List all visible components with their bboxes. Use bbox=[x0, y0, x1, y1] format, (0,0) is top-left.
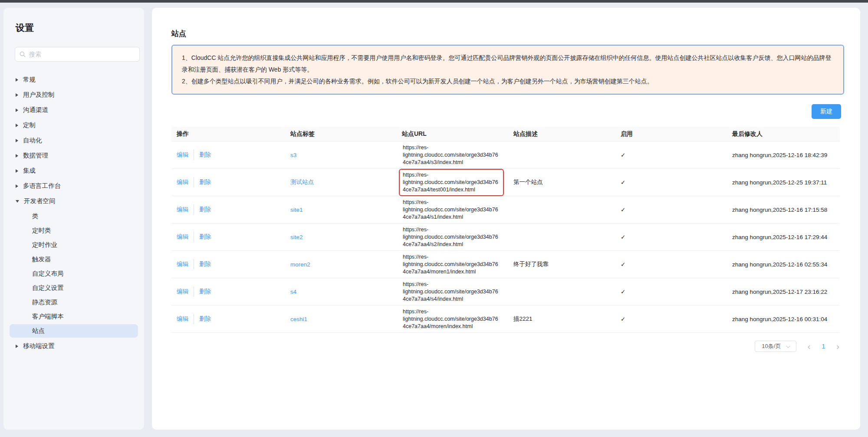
sidebar-item-常规[interactable]: 常规 bbox=[10, 72, 138, 87]
site-label-link[interactable]: moren2 bbox=[290, 261, 310, 268]
chevron-right-icon bbox=[16, 139, 18, 142]
next-page-button[interactable]: › bbox=[836, 342, 839, 351]
site-url-text: https://res-lightning.cloudcc.com/site/o… bbox=[399, 141, 504, 169]
edit-link[interactable]: 编辑 bbox=[177, 233, 188, 241]
edit-link[interactable]: 编辑 bbox=[177, 315, 188, 323]
sidebar-subitem-类[interactable]: 类 bbox=[10, 210, 138, 223]
table-row: 编辑删除s3https://res-lightning.cloudcc.com/… bbox=[171, 141, 840, 169]
chevron-down-icon bbox=[786, 344, 790, 348]
last-modified-cell: zhang hongrun,2025-12-16 17:29:44 bbox=[727, 234, 840, 240]
sidebar-subitem-定时作业[interactable]: 定时作业 bbox=[10, 238, 138, 252]
sidebar-item-移动端设置[interactable]: 移动端设置 bbox=[10, 338, 138, 354]
sidebar-search[interactable] bbox=[15, 47, 140, 62]
delete-link[interactable]: 删除 bbox=[199, 233, 211, 241]
table-row: 编辑删除ceshi1https://res-lightning.cloudcc.… bbox=[171, 306, 840, 333]
row-actions: 编辑删除 bbox=[171, 204, 285, 215]
sites-notice-box: 1、CloudCC 站点允许您的组织直接集成公共网站和应用程序，不需要用户使用用… bbox=[171, 45, 844, 95]
edit-link[interactable]: 编辑 bbox=[177, 206, 188, 214]
sidebar-title: 设置 bbox=[16, 22, 138, 34]
sidebar-subitem-站点[interactable]: 站点 bbox=[10, 324, 138, 338]
chevron-right-icon bbox=[16, 108, 18, 112]
actions-divider bbox=[194, 314, 194, 324]
col-header-modified: 最后修改人 bbox=[727, 130, 840, 138]
table-row: 编辑删除site2https://res-lightning.cloudcc.c… bbox=[171, 223, 840, 251]
row-actions: 编辑删除 bbox=[171, 286, 285, 297]
sidebar-item-label: 常规 bbox=[23, 76, 36, 84]
site-url-text: https://res-lightning.cloudcc.com/site/o… bbox=[399, 251, 504, 278]
sidebar-subitem-自定义布局[interactable]: 自定义布局 bbox=[10, 267, 138, 280]
site-url-cell: https://res-lightning.cloudcc.com/site/o… bbox=[397, 280, 508, 304]
site-url-cell: https://res-lightning.cloudcc.com/site/o… bbox=[397, 225, 508, 249]
site-desc-cell: 第一个站点 bbox=[508, 178, 615, 186]
site-label-link[interactable]: s4 bbox=[290, 289, 296, 295]
site-url-text: https://res-lightning.cloudcc.com/site/o… bbox=[399, 306, 504, 333]
col-header-actions: 操作 bbox=[171, 130, 285, 138]
sidebar-subitem-客户端脚本[interactable]: 客户端脚本 bbox=[10, 310, 138, 323]
last-modified-cell: zhang hongrun,2025-12-16 02:55:34 bbox=[727, 261, 840, 268]
sidebar-item-多语言工作台[interactable]: 多语言工作台 bbox=[10, 178, 138, 194]
top-window-bar bbox=[0, 0, 868, 3]
sidebar-item-label: 自动化 bbox=[23, 136, 42, 145]
page-size-value: 10条/页 bbox=[762, 342, 781, 350]
site-url-cell: https://res-lightning.cloudcc.com/site/o… bbox=[397, 143, 508, 167]
sidebar-item-定制[interactable]: 定制 bbox=[10, 118, 138, 133]
site-label-link[interactable]: site2 bbox=[290, 234, 303, 240]
sites-table: 操作 站点标签 站点URL 站点描述 启用 最后修改人 编辑删除s3https:… bbox=[171, 127, 840, 333]
new-site-button[interactable]: 新建 bbox=[812, 104, 841, 119]
edit-link[interactable]: 编辑 bbox=[177, 178, 188, 186]
table-row: 编辑删除s4https://res-lightning.cloudcc.com/… bbox=[171, 278, 840, 306]
current-page-number[interactable]: 1 bbox=[822, 343, 825, 350]
site-url-cell: https://res-lightning.cloudcc.com/site/o… bbox=[397, 198, 508, 222]
page-size-select[interactable]: 10条/页 bbox=[755, 341, 796, 352]
sidebar-item-自动化[interactable]: 自动化 bbox=[10, 133, 138, 148]
col-header-label: 站点标签 bbox=[285, 130, 397, 138]
sidebar-item-label: 沟通渠道 bbox=[23, 106, 48, 114]
site-label-link[interactable]: ceshi1 bbox=[290, 316, 307, 322]
last-modified-cell: zhang hongrun,2025-12-16 17:15:58 bbox=[727, 207, 840, 213]
sidebar-subitem-触发器[interactable]: 触发器 bbox=[10, 253, 138, 266]
enabled-check-icon: ✓ bbox=[615, 151, 727, 158]
sidebar-item-沟通渠道[interactable]: 沟通渠道 bbox=[10, 102, 138, 118]
delete-link[interactable]: 删除 bbox=[199, 260, 211, 268]
table-row: 编辑删除测试站点https://res-lightning.cloudcc.co… bbox=[171, 169, 840, 196]
sidebar-item-用户及控制[interactable]: 用户及控制 bbox=[10, 87, 138, 102]
actions-divider bbox=[194, 232, 194, 242]
edit-link[interactable]: 编辑 bbox=[177, 260, 188, 268]
site-desc-cell: 描2221 bbox=[508, 315, 615, 323]
delete-link[interactable]: 删除 bbox=[199, 178, 211, 186]
chevron-down-icon bbox=[16, 200, 19, 203]
prev-page-button[interactable]: ‹ bbox=[808, 342, 811, 351]
sidebar-subitem-静态资源[interactable]: 静态资源 bbox=[10, 296, 138, 309]
row-actions: 编辑删除 bbox=[171, 177, 285, 187]
delete-link[interactable]: 删除 bbox=[199, 206, 211, 214]
sidebar-item-数据管理[interactable]: 数据管理 bbox=[10, 148, 138, 163]
site-label-cell: 测试站点 bbox=[285, 178, 397, 186]
site-url-cell: https://res-lightning.cloudcc.com/site/o… bbox=[397, 253, 508, 276]
sidebar-subitem-定时类[interactable]: 定时类 bbox=[10, 224, 138, 237]
site-label-link[interactable]: site1 bbox=[290, 207, 303, 213]
site-label-link[interactable]: s3 bbox=[290, 152, 296, 158]
site-url-text: https://res-lightning.cloudcc.com/site/o… bbox=[399, 223, 504, 251]
site-desc-cell: 终于好了我靠 bbox=[508, 260, 615, 268]
enabled-check-icon: ✓ bbox=[615, 233, 727, 240]
edit-link[interactable]: 编辑 bbox=[177, 288, 188, 296]
sidebar-item-集成[interactable]: 集成 bbox=[10, 163, 138, 178]
delete-link[interactable]: 删除 bbox=[199, 288, 211, 296]
site-url-cell: https://res-lightning.cloudcc.com/site/o… bbox=[397, 307, 508, 331]
delete-link[interactable]: 删除 bbox=[199, 315, 211, 323]
chevron-right-icon bbox=[16, 169, 18, 173]
site-url-text: https://res-lightning.cloudcc.com/site/o… bbox=[399, 169, 504, 196]
settings-sidebar: 设置 常规用户及控制沟通渠道定制自动化数据管理集成多语言工作台开发者空间类定时类… bbox=[3, 8, 144, 430]
chevron-right-icon bbox=[16, 93, 18, 97]
site-label-link[interactable]: 测试站点 bbox=[290, 179, 314, 185]
edit-link[interactable]: 编辑 bbox=[177, 151, 188, 159]
search-icon bbox=[20, 51, 26, 57]
site-label-cell: moren2 bbox=[285, 261, 397, 268]
delete-link[interactable]: 删除 bbox=[199, 151, 211, 159]
sidebar-item-开发者空间[interactable]: 开发者空间 bbox=[10, 194, 138, 209]
table-body: 编辑删除s3https://res-lightning.cloudcc.com/… bbox=[171, 141, 840, 333]
sidebar-nav: 常规用户及控制沟通渠道定制自动化数据管理集成多语言工作台开发者空间类定时类定时作… bbox=[10, 72, 138, 354]
actions-divider bbox=[194, 259, 194, 269]
sidebar-subitem-自定义设置[interactable]: 自定义设置 bbox=[10, 281, 138, 295]
search-input[interactable] bbox=[29, 51, 135, 58]
